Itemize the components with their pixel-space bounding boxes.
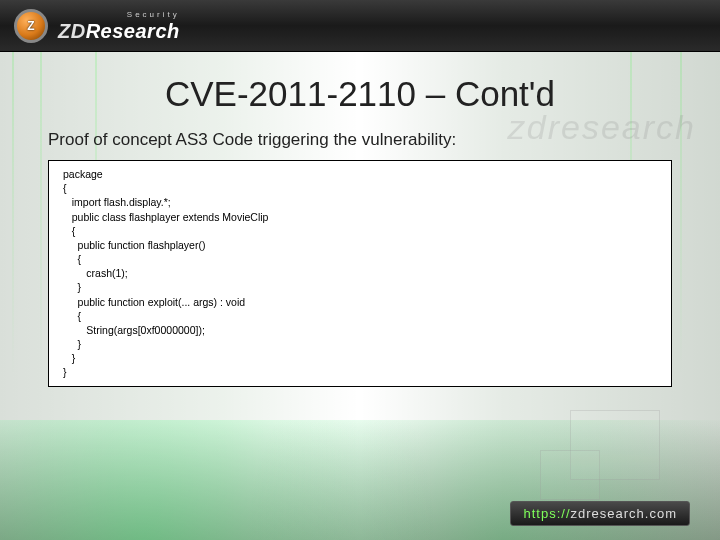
logo-badge-icon: Z: [14, 9, 48, 43]
logo: Z Security ZDResearch: [14, 9, 180, 43]
url-scheme: https://: [523, 506, 570, 521]
slide-content: CVE-2011-2110 – Cont'd Proof of concept …: [0, 52, 720, 387]
code-block: package { import flash.display.*; public…: [48, 160, 672, 387]
logo-tagline: Security: [58, 11, 180, 19]
slide-title: CVE-2011-2110 – Cont'd: [48, 74, 672, 114]
logo-prefix: ZD: [58, 20, 86, 42]
logo-name: ZDResearch: [58, 21, 180, 41]
slide-subtitle: Proof of concept AS3 Code triggering the…: [48, 130, 672, 150]
header-bar: Z Security ZDResearch: [0, 0, 720, 52]
logo-text: Security ZDResearch: [58, 11, 180, 41]
footer-url-chip: https://zdresearch.com: [510, 501, 690, 526]
decor-square: [540, 450, 600, 500]
logo-suffix: Research: [86, 20, 180, 42]
url-host: zdresearch.com: [571, 506, 677, 521]
decor-square: [570, 410, 660, 480]
